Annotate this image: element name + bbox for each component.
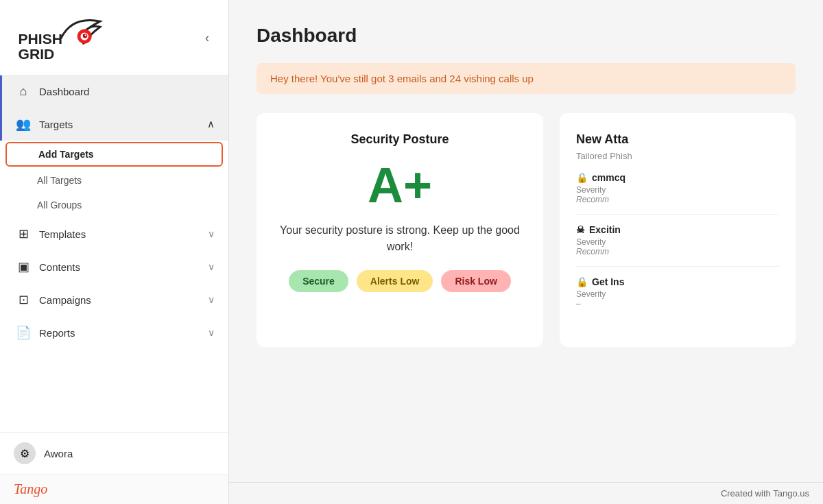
sidebar-logo-area: PHISH GRID ‹ <box>0 0 228 75</box>
logo: PHISH GRID <box>14 12 103 64</box>
campaigns-icon: ⊡ <box>16 292 31 307</box>
alert-banner: Hey there! You've still got 3 emails and… <box>257 63 796 94</box>
sidebar-item-targets-label: Targets <box>39 119 207 130</box>
created-with-label: Created with Tango.us <box>721 488 809 499</box>
tango-logo: Tango <box>14 481 47 496</box>
reports-icon: 📄 <box>16 325 31 340</box>
sidebar-user-section[interactable]: ⚙ Awora <box>0 432 228 474</box>
lock-icon-1: 🔒 <box>576 172 588 183</box>
attack-1-name: 🔒 cmmcq <box>576 172 779 183</box>
contents-icon: ▣ <box>16 259 31 274</box>
skull-icon: ☠ <box>576 224 585 235</box>
sidebar-item-dashboard-label: Dashboard <box>39 86 215 97</box>
svg-text:GRID: GRID <box>19 46 55 62</box>
sidebar-item-contents-label: Contents <box>39 261 208 273</box>
templates-icon: ⊞ <box>16 226 31 241</box>
sidebar-item-reports[interactable]: 📄 Reports ∨ <box>0 316 228 349</box>
security-posture-card: Security Posture A+ Your security postur… <box>257 113 543 347</box>
cards-row: Security Posture A+ Your security postur… <box>257 113 796 347</box>
sidebar-item-templates-label: Templates <box>39 228 208 240</box>
phishgrid-logo: PHISH GRID <box>14 12 103 64</box>
contents-chevron-icon: ∨ <box>208 261 215 272</box>
sidebar-sub-item-add-targets[interactable]: Add Targets <box>5 142 223 167</box>
user-avatar-icon: ⚙ <box>20 447 29 460</box>
sidebar-item-templates[interactable]: ⊞ Templates ∨ <box>0 217 228 250</box>
sidebar-item-campaigns[interactable]: ⊡ Campaigns ∨ <box>0 283 228 316</box>
page-title: Dashboard <box>257 25 796 47</box>
home-icon: ⌂ <box>16 84 31 99</box>
sidebar-item-campaigns-label: Campaigns <box>39 294 208 306</box>
attacks-subtitle: Tailored Phish <box>576 151 779 161</box>
tango-footer: Tango <box>0 474 228 504</box>
targets-icon: 👥 <box>16 117 31 132</box>
bottom-bar: Created with Tango.us <box>229 482 823 504</box>
security-message: Your security posture is strong. Keep up… <box>273 222 527 255</box>
all-targets-label: All Targets <box>37 175 82 186</box>
attack-item-2: ☠ Excitin Severity Recomm <box>576 224 779 267</box>
attack-1-meta: Severity Recomm <box>576 185 779 204</box>
attack-3-meta: Severity – <box>576 289 779 309</box>
svg-point-3 <box>85 34 86 36</box>
sidebar-nav: ⌂ Dashboard 👥 Targets ∧ Add Targets All … <box>0 75 228 432</box>
user-name: Awora <box>44 448 73 459</box>
attack-2-meta: Severity Recomm <box>576 237 779 256</box>
svg-text:PHISH: PHISH <box>19 31 63 47</box>
sidebar-item-contents[interactable]: ▣ Contents ∨ <box>0 250 228 283</box>
sidebar-sub-item-all-targets[interactable]: All Targets <box>0 168 228 193</box>
targets-chevron-icon: ∧ <box>207 118 215 130</box>
attack-2-name: ☠ Excitin <box>576 224 779 235</box>
badge-risk-low: Risk Low <box>441 270 510 292</box>
templates-chevron-icon: ∨ <box>208 228 215 239</box>
collapse-button[interactable]: ‹ <box>200 28 215 48</box>
avatar: ⚙ <box>14 442 36 464</box>
security-badges: Secure Alerts Low Risk Low <box>273 270 527 292</box>
lock-icon-2: 🔒 <box>576 276 588 287</box>
attack-item-1: 🔒 cmmcq Severity Recomm <box>576 172 779 215</box>
add-targets-label: Add Targets <box>38 149 94 160</box>
sidebar-sub-item-all-groups[interactable]: All Groups <box>0 193 228 217</box>
badge-secure: Secure <box>289 270 348 292</box>
sidebar-item-targets[interactable]: 👥 Targets ∧ <box>0 108 228 141</box>
sidebar-item-reports-label: Reports <box>39 327 208 339</box>
attacks-card-title: New Atta <box>576 132 779 147</box>
reports-chevron-icon: ∨ <box>208 327 215 338</box>
attack-3-name: 🔒 Get Ins <box>576 276 779 287</box>
security-card-title: Security Posture <box>273 132 527 147</box>
main-content: Dashboard Hey there! You've still got 3 … <box>229 0 823 504</box>
all-groups-label: All Groups <box>37 200 82 211</box>
sidebar-item-dashboard[interactable]: ⌂ Dashboard <box>0 75 228 108</box>
attack-item-3: 🔒 Get Ins Severity – <box>576 276 779 318</box>
campaigns-chevron-icon: ∨ <box>208 294 215 305</box>
sidebar: PHISH GRID ‹ ⌂ Dashboard 👥 Targets ∧ Add… <box>0 0 229 504</box>
new-attacks-card: New Atta Tailored Phish 🔒 cmmcq Severity… <box>560 113 796 347</box>
badge-alerts-low: Alerts Low <box>357 270 433 292</box>
security-grade: A+ <box>273 160 527 210</box>
